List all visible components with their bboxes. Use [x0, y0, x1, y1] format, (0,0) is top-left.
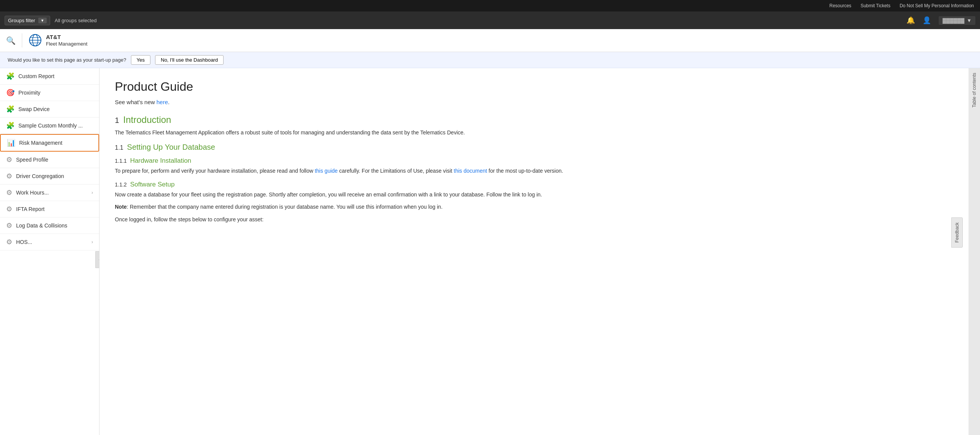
section1-1-title: Setting Up Your Database [127, 143, 215, 151]
logo-subtitle: Fleet Management [46, 41, 87, 47]
groups-selection-text: All groups selected [55, 18, 97, 23]
hos-chevron: › [91, 239, 93, 245]
this-document-link[interactable]: this document [454, 168, 487, 174]
sidebar-item-proximity[interactable]: 🎯 Proximity [0, 85, 99, 101]
groups-filter-label: Groups filter [8, 18, 35, 23]
section1-num: 1 [115, 116, 119, 124]
startup-yes-button[interactable]: Yes [131, 55, 150, 65]
sidebar-label-ifta-report: IFTA Report [16, 206, 44, 212]
sidebar-collapse-button[interactable]: ‹ [95, 251, 100, 268]
work-hours-icon: ⚙ [6, 188, 12, 197]
sidebar-label-sample-custom: Sample Custom Monthly ... [18, 123, 83, 129]
ifta-report-icon: ⚙ [6, 205, 12, 213]
sidebar-item-work-hours[interactable]: ⚙ Work Hours... › [0, 185, 99, 201]
sidebar-label-speed-profile: Speed Profile [16, 157, 48, 163]
log-data-icon: ⚙ [6, 221, 12, 230]
work-hours-chevron: › [91, 190, 93, 195]
sidebar: 🧩 Custom Report 🎯 Proximity 🧩 Swap Devic… [0, 68, 100, 435]
speed-profile-icon: ⚙ [6, 155, 12, 164]
resources-link[interactable]: Resources [830, 3, 851, 8]
user-dropdown-chevron: ▼ [967, 18, 972, 23]
section1-heading: 1 Introduction [115, 114, 953, 125]
section1-1-heading: 1.1 Setting Up Your Database [115, 143, 953, 152]
sidebar-item-log-data-collisions[interactable]: ⚙ Log Data & Collisions [0, 218, 99, 234]
section1-1-2-heading: 1.1.2 Software Setup [115, 181, 953, 188]
toc-sidebar[interactable]: Table of contents ‹ [969, 68, 980, 435]
sidebar-item-ifta-report[interactable]: ⚙ IFTA Report [0, 201, 99, 218]
sidebar-label-log-data-collisions: Log Data & Collisions [16, 222, 67, 229]
subtitle-text: See what's new [115, 99, 157, 105]
section1-1-num: 1.1 [115, 144, 123, 151]
this-guide-link[interactable]: this guide [315, 168, 338, 174]
notification-bell-icon[interactable]: 🔔 [906, 16, 915, 25]
groups-bar: Groups filter ▼ All groups selected 🔔 👤 … [0, 11, 980, 29]
sidebar-item-sample-custom-monthly[interactable]: 🧩 Sample Custom Monthly ... [0, 118, 99, 134]
username-label: ▓▓▓▓▓▓ [942, 18, 964, 23]
startup-question: Would you like to set this page as your … [8, 57, 126, 63]
feedback-tab[interactable]: Feedback [951, 218, 963, 248]
section1-1-2-body2: Once logged in, follow the steps below t… [115, 215, 953, 224]
sidebar-label-hos: HOS... [16, 239, 32, 245]
note-label: Note [115, 204, 127, 210]
sidebar-item-speed-profile[interactable]: ⚙ Speed Profile [0, 152, 99, 168]
search-icon[interactable]: 🔍 [6, 36, 16, 45]
section1-1-1-num: 1.1.1 [115, 158, 127, 164]
section1-1-1-body: To prepare for, perform and verify your … [115, 167, 953, 175]
section1-1-1-heading: 1.1.1 Hardware Installation [115, 157, 953, 165]
proximity-icon: 🎯 [6, 88, 15, 97]
top-bar: Resources Submit Tickets Do Not Sell My … [0, 0, 980, 11]
risk-management-icon: 📊 [7, 139, 15, 147]
sidebar-label-work-hours: Work Hours... [16, 190, 49, 196]
hardware-body-pre: To prepare for, perform and verify your … [115, 168, 315, 174]
sidebar-label-custom-report: Custom Report [18, 73, 54, 79]
content-area: Product Guide See what's new here. 1 Int… [100, 68, 969, 435]
note-body: : Remember that the company name entered… [127, 204, 443, 210]
page-title: Product Guide [115, 80, 953, 94]
section1-1-2-note: Note: Remember that the company name ent… [115, 203, 953, 211]
startup-no-button[interactable]: No, I'll use the Dashboard [155, 55, 224, 65]
sidebar-label-risk-management: Risk Management [19, 140, 62, 146]
section1-1-2-num: 1.1.2 [115, 182, 127, 188]
swap-device-icon: 🧩 [6, 105, 15, 113]
user-dropdown[interactable]: ▓▓▓▓▓▓ ▼ [939, 16, 975, 25]
main-layout: 🧩 Custom Report 🎯 Proximity 🧩 Swap Devic… [0, 68, 980, 435]
section1-body: The Telematics Fleet Management Applicat… [115, 128, 953, 137]
sidebar-item-custom-report[interactable]: 🧩 Custom Report [0, 68, 99, 85]
user-icon[interactable]: 👤 [923, 16, 931, 25]
logo-brand: AT&T [46, 33, 87, 41]
sidebar-item-driver-congregation[interactable]: ⚙ Driver Congregation [0, 168, 99, 185]
att-logo [28, 33, 42, 47]
section1-1-1-title: Hardware Installation [130, 157, 191, 164]
here-link[interactable]: here [157, 99, 168, 105]
hardware-body-end: for the most up-to-date version. [487, 168, 563, 174]
header: 🔍 AT&T Fleet Management [0, 29, 980, 52]
logo-text: AT&T Fleet Management [46, 33, 87, 47]
hardware-body-mid: carefully. For the Limitations of Use, p… [338, 168, 454, 174]
sidebar-label-swap-device: Swap Device [18, 106, 50, 112]
custom-report-icon: 🧩 [6, 72, 15, 80]
logo-area: AT&T Fleet Management [22, 33, 87, 47]
groups-filter-chevron: ▼ [38, 18, 47, 23]
toc-label: Table of contents [972, 68, 977, 112]
sidebar-item-hos[interactable]: ⚙ HOS... › [0, 234, 99, 250]
section1-title: Introduction [123, 114, 171, 125]
startup-banner: Would you like to set this page as your … [0, 52, 980, 68]
subtitle: See what's new here. [115, 98, 953, 107]
sample-custom-icon: 🧩 [6, 121, 15, 130]
hos-icon: ⚙ [6, 238, 12, 246]
sidebar-label-proximity: Proximity [18, 90, 41, 96]
privacy-link[interactable]: Do Not Sell My Personal Information [900, 3, 974, 8]
groups-filter-button[interactable]: Groups filter ▼ [5, 16, 50, 25]
section1-1-2-title: Software Setup [130, 181, 175, 188]
driver-congregation-icon: ⚙ [6, 172, 12, 180]
sidebar-item-swap-device[interactable]: 🧩 Swap Device [0, 101, 99, 118]
section1-1-2-body: Now create a database for your fleet usi… [115, 190, 953, 199]
groups-bar-right: 🔔 👤 ▓▓▓▓▓▓ ▼ [906, 16, 975, 25]
sidebar-item-risk-management[interactable]: 📊 Risk Management [0, 134, 99, 152]
sidebar-label-driver-congregation: Driver Congregation [16, 173, 64, 179]
submit-tickets-link[interactable]: Submit Tickets [861, 3, 890, 8]
